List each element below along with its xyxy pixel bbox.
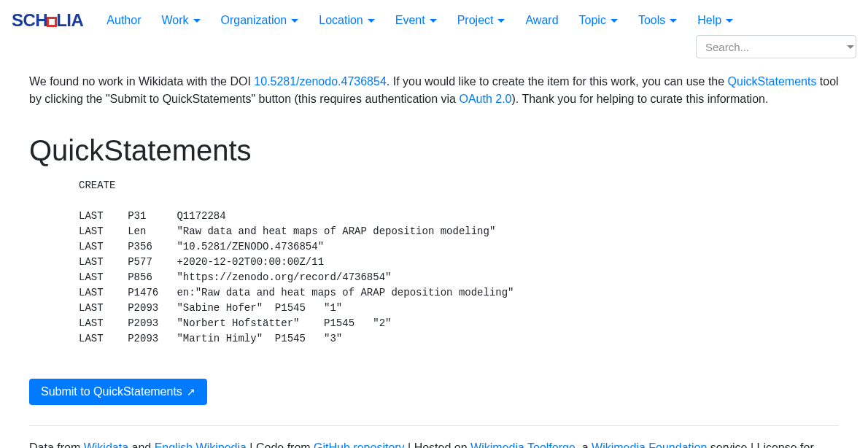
github-link[interactable]: GitHub repository [314,441,405,448]
chevron-down-icon [291,19,298,23]
nav-item-work[interactable]: Work [152,6,209,35]
intro-text: We found no work in Wikidata with the DO… [29,75,254,88]
intro-paragraph: We found no work in Wikidata with the DO… [29,73,839,108]
wmf-link[interactable]: Wikimedia Foundation [592,441,707,448]
chevron-down-icon[interactable] [847,45,854,49]
nav-item-label: Location [319,12,363,29]
page-heading: QuickStatements [29,128,839,172]
oauth-link[interactable]: OAuth 2.0 [459,93,511,105]
submit-button[interactable]: Submit to QuickStatements ↗ [29,379,207,405]
nav-item-label: Tools [638,12,665,29]
chevron-down-icon [430,19,437,23]
submit-button-label: Submit to QuickStatements [41,385,182,398]
nav-item-organization[interactable]: Organization [212,6,308,35]
nav-item-label: Work [161,12,188,29]
quickstatements-code: CREATE LAST P31 Q1172284 LAST Len "Raw d… [79,178,839,347]
doi-link[interactable]: 10.5281/zenodo.4736854 [254,75,387,88]
nav-item-author[interactable]: Author [98,6,150,35]
nav-item-help[interactable]: Help [689,6,742,35]
chevron-down-icon [497,19,505,23]
search-wrapper[interactable] [696,35,856,58]
footer-text: , a [576,441,592,448]
toolforge-link[interactable]: Wikimedia Toolforge [470,441,576,448]
nav-item-event[interactable]: Event [387,6,446,35]
chevron-down-icon [193,19,201,23]
chevron-down-icon [611,19,618,23]
nav-item-location[interactable]: Location [310,6,384,35]
nav-item-label: Organization [221,12,287,29]
nav-item-label: Project [457,12,494,29]
search-input[interactable] [704,40,845,54]
nav-item-award[interactable]: Award [516,6,567,35]
nav-item-topic[interactable]: Topic [570,6,627,35]
nav-item-label: Topic [579,12,606,29]
chevron-down-icon [368,19,375,23]
nav-item-label: Award [525,12,558,29]
nav-item-project[interactable]: Project [449,6,514,35]
chevron-down-icon [726,19,733,23]
footer-text: | Hosted on [405,441,470,448]
footer: Data from Wikidata and English Wikipedia… [29,439,839,448]
intro-text: ). Thank you for helping to curate this … [511,93,768,105]
brand-logo[interactable]: SCHLIA [12,7,83,34]
wikidata-link[interactable]: Wikidata [84,441,128,448]
external-link-icon: ↗ [187,386,195,398]
nav-item-label: Author [106,12,141,29]
nav-item-label: Help [697,12,721,29]
nav-item-label: Event [395,12,425,29]
footer-text: and [128,441,155,448]
quickstatements-link[interactable]: QuickStatements [728,75,817,88]
footer-text: Data from [29,441,84,448]
divider [29,425,839,426]
chevron-down-icon [670,19,677,23]
intro-text: . If you would like to create the item f… [387,75,728,88]
enwiki-link[interactable]: English Wikipedia [155,441,247,448]
nav-item-tools[interactable]: Tools [629,6,686,35]
nav-links: AuthorWorkOrganizationLocationEventProje… [98,6,856,35]
navbar: SCHLIA AuthorWorkOrganizationLocationEve… [0,0,868,64]
footer-text: | Code from [247,441,314,448]
